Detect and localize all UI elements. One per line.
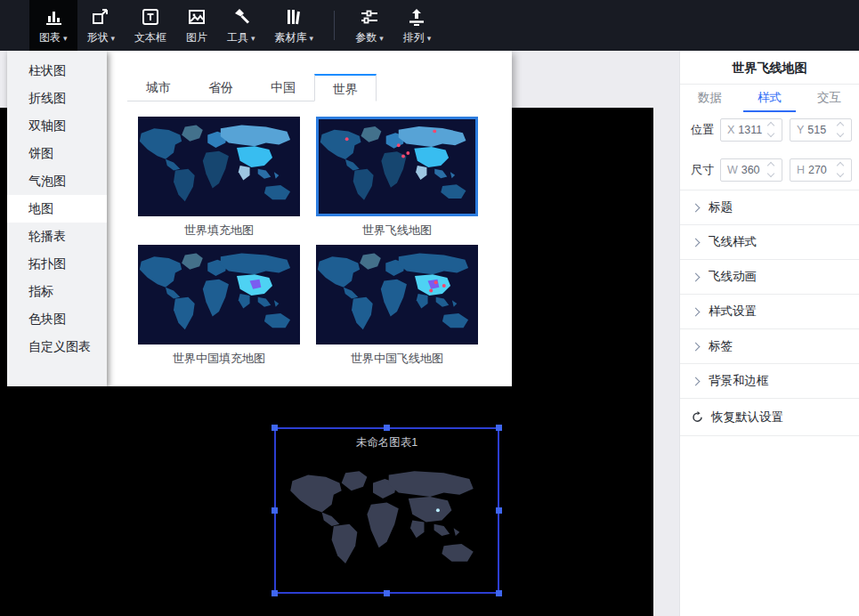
map-gallery-panel: 城市 省份 中国 世界 世界填充地图 世界飞线地图 世界中国填充地图 世界中国飞… [107,51,512,386]
chart-type-menu: 柱状图 折线图 双轴图 饼图 气泡图 地图 轮播表 拓扑图 指标 色块图 自定义… [7,51,107,386]
resize-handle-w[interactable] [271,507,278,514]
thumbnail-world-china-flight-map[interactable]: 世界中国飞线地图 [316,245,478,367]
size-w-input[interactable]: W 360 [720,158,782,182]
toolbar-item-shapes[interactable]: 形状▾ [77,0,126,51]
toolbar-item-textbox[interactable]: 文本框 [125,0,176,51]
hammer-icon [231,5,252,28]
size-h-input[interactable]: H 270 [790,158,852,182]
tab-data[interactable]: 数据 [680,85,740,109]
tab-city[interactable]: 城市 [127,74,190,101]
align-top-icon [406,5,427,28]
caret-down-icon: ▾ [63,34,68,43]
menu-item-topology[interactable]: 拓扑图 [7,250,107,278]
position-y-input[interactable]: Y 515 [790,118,852,142]
toolbar-divider [334,11,335,40]
section-style-settings[interactable]: 样式设置 [680,295,859,329]
position-row: 位置 X 1311 Y 515 [680,109,859,150]
chevron-right-icon [692,377,701,385]
caret-down-icon: ▾ [379,34,384,43]
inspector-tabs: 数据 样式 交互 [680,85,859,109]
position-x-input[interactable]: X 1311 [720,118,782,142]
toolbar-item-label: 参数 [355,30,377,45]
world-china-fill-map-preview [138,245,300,344]
toolbar-item-library[interactable]: 素材库▾ [265,0,324,51]
menu-item-bar-chart[interactable]: 柱状图 [7,57,107,85]
menu-item-carousel-table[interactable]: 轮播表 [7,223,107,250]
size-label: 尺寸 [691,162,720,178]
thumbnail-label: 世界飞线地图 [316,223,478,239]
toolbar-item-label: 工具 [227,30,248,45]
section-labels[interactable]: 标签 [680,329,859,364]
thumbnail-label: 世界中国填充地图 [138,351,300,367]
reset-default-settings-button[interactable]: 恢复默认设置 [680,399,859,436]
stepper-arrows[interactable] [768,161,779,178]
stepper-arrows[interactable] [838,161,848,178]
toolbar: 图表▾ 形状▾ 文本框 图片 工具▾ [0,0,859,51]
resize-handle-s[interactable] [384,590,390,596]
map-gallery-tabs: 城市 省份 中国 世界 [127,74,377,101]
chevron-right-icon [692,203,701,212]
world-fill-map-preview [138,117,300,216]
tab-interaction[interactable]: 交互 [799,85,859,109]
resize-handle-nw[interactable] [271,425,278,431]
thumbnail-world-china-fill-map[interactable]: 世界中国填充地图 [138,245,300,367]
resize-handle-n[interactable] [384,425,390,431]
menu-item-indicator[interactable]: 指标 [7,278,107,305]
stepper-arrows[interactable] [838,121,848,138]
bar-chart-icon [43,5,64,28]
caret-down-icon: ▾ [427,34,432,43]
menu-item-line-chart[interactable]: 折线图 [7,85,107,112]
menu-item-dual-axis-chart[interactable]: 双轴图 [7,112,107,140]
chart-element-title: 未命名图表1 [276,429,498,450]
thumbnail-world-fill-map[interactable]: 世界填充地图 [138,117,300,239]
section-flight-line-style[interactable]: 飞线样式 [680,225,859,260]
thumbnail-world-flight-map[interactable]: 世界飞线地图 [316,117,478,239]
sliders-icon [359,5,380,28]
section-background-border[interactable]: 背景和边框 [680,364,859,399]
toolbar-item-charts[interactable]: 图表▾ [29,0,77,51]
menu-item-pie-chart[interactable]: 饼图 [7,140,107,167]
world-china-flight-map-preview [316,245,478,344]
toolbar-item-label: 排列 [403,30,425,45]
toolbar-item-label: 素材库 [275,30,307,45]
library-icon [283,5,304,28]
textbox-icon [140,5,161,28]
toolbar-item-parameters[interactable]: 参数▾ [345,0,393,51]
menu-item-map[interactable]: 地图 [7,195,107,223]
resize-handle-se[interactable] [496,590,502,596]
size-row: 尺寸 W 360 H 270 [680,150,859,190]
toolbar-item-tools[interactable]: 工具▾ [217,0,265,51]
tab-china[interactable]: 中国 [252,74,314,101]
stepper-arrows[interactable] [768,121,779,138]
toolbar-item-label: 文本框 [134,30,166,45]
thumbnail-label: 世界中国飞线地图 [316,351,478,367]
toolbar-item-label: 图片 [186,30,207,45]
toolbar-item-arrange[interactable]: 排列▾ [393,0,442,51]
toolbar-item-label: 图表 [39,30,61,45]
image-icon [186,5,207,28]
position-label: 位置 [691,122,720,138]
tab-world[interactable]: 世界 [314,74,377,101]
app-window: 图表▾ 形状▾ 文本框 图片 工具▾ [0,0,859,616]
chevron-right-icon [692,238,701,247]
resize-handle-ne[interactable] [496,425,502,431]
resize-handle-sw[interactable] [271,590,278,596]
selected-chart-element[interactable]: 未命名图表1 [274,427,499,594]
chevron-right-icon [692,272,701,281]
menu-item-color-block[interactable]: 色块图 [7,305,107,333]
tab-province[interactable]: 省份 [190,74,252,101]
chart-element-world-map [288,458,485,585]
inspector-title: 世界飞线地图 [680,51,859,85]
toolbar-item-image[interactable]: 图片 [176,0,217,51]
caret-down-icon: ▾ [111,34,116,43]
menu-item-custom-chart[interactable]: 自定义图表 [7,333,107,361]
tab-style[interactable]: 样式 [740,85,799,109]
style-sections: 标题 飞线样式 飞线动画 样式设置 标签 [680,190,859,436]
chevron-right-icon [692,307,701,316]
section-title[interactable]: 标题 [680,190,859,225]
menu-item-bubble-chart[interactable]: 气泡图 [7,167,107,195]
canvas-workspace: 未命名图表1 柱状图 折线图 双轴图 饼图 气泡图 地图 轮播表 拓扑图 指标 … [0,51,859,616]
resize-handle-e[interactable] [496,507,502,514]
section-flight-line-animation[interactable]: 飞线动画 [680,260,859,295]
world-flight-map-preview [316,117,478,216]
